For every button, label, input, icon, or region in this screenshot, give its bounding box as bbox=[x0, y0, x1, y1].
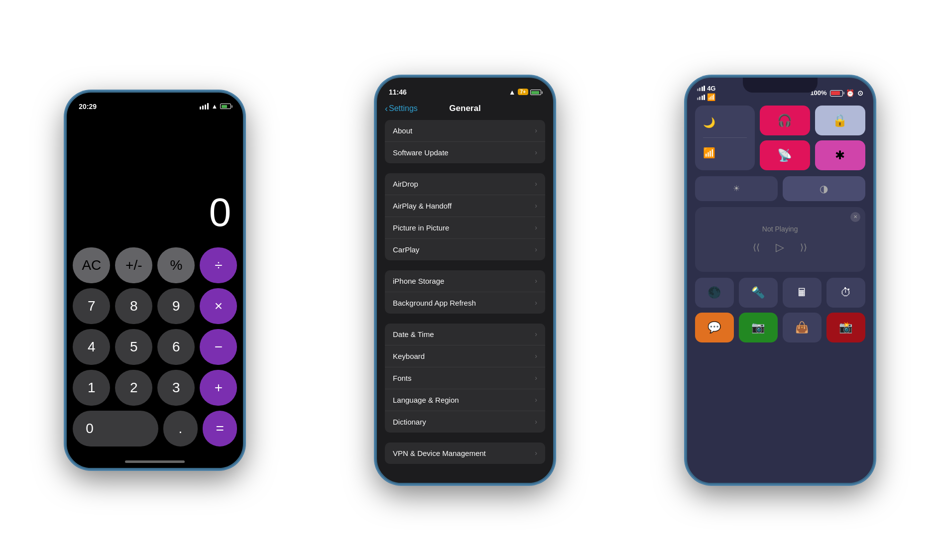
settings-row-fonts[interactable]: Fonts › bbox=[385, 367, 545, 389]
two-button[interactable]: 2 bbox=[115, 370, 152, 406]
cc-close-icon: ✕ bbox=[853, 214, 857, 220]
dictionary-label: Dictionary bbox=[393, 418, 426, 426]
ac-button[interactable]: AC bbox=[73, 247, 110, 283]
calc-row-5: 0 . = bbox=[73, 411, 237, 447]
storage-chevron-icon: › bbox=[535, 277, 537, 285]
settings-battery-icon bbox=[530, 89, 541, 96]
settings-row-dictionary[interactable]: Dictionary › bbox=[385, 411, 545, 433]
calc-row-3: 4 5 6 − bbox=[73, 329, 237, 365]
three-button[interactable]: 3 bbox=[157, 370, 195, 406]
settings-row-about[interactable]: About › bbox=[385, 120, 545, 141]
cc-bottom-grid-2: 💬 📷 👜 📸 bbox=[695, 313, 865, 342]
settings-row-bg-refresh[interactable]: Background App Refresh › bbox=[385, 292, 545, 314]
cc-camera-dark-tile[interactable]: 📷 bbox=[739, 313, 778, 342]
cc-calculator-tile[interactable]: 🖩 bbox=[783, 278, 822, 308]
plus-minus-button[interactable]: +/- bbox=[115, 247, 152, 283]
airdrop-chevron-icon: › bbox=[535, 180, 537, 188]
cc-night-shift-tile[interactable]: ◑ bbox=[783, 176, 865, 201]
storage-label: iPhone Storage bbox=[393, 277, 444, 285]
cc-messages-tile[interactable]: 💬 bbox=[695, 313, 734, 342]
cc-calculator-icon: 🖩 bbox=[797, 286, 808, 299]
cc-prev-button[interactable]: ⟨⟨ bbox=[753, 242, 760, 253]
settings-group-4: Date & Time › Keyboard › Fonts › Languag… bbox=[385, 324, 545, 433]
dot-button[interactable]: . bbox=[163, 411, 198, 447]
settings-group-3: iPhone Storage › Background App Refresh … bbox=[385, 270, 545, 314]
cc-timer-tile[interactable]: ⏱ bbox=[826, 278, 865, 308]
settings-row-vpn[interactable]: VPN & Device Management › bbox=[385, 443, 545, 464]
cc-torch-tile[interactable]: 🔦 bbox=[739, 278, 778, 308]
cc-camera-red-tile[interactable]: 📸 bbox=[826, 313, 865, 342]
cc-lock-rotation-tile[interactable]: 🔒 bbox=[815, 106, 865, 135]
zero-button[interactable]: 0 bbox=[73, 411, 158, 447]
settings-row-airplay[interactable]: AirPlay & Handoff › bbox=[385, 195, 545, 217]
cc-status-left: 4G 📶 bbox=[697, 85, 716, 101]
carplay-chevron-icon: › bbox=[535, 245, 537, 253]
settings-status-icons: ▲ 7+ bbox=[509, 88, 541, 96]
calc-buttons: AC +/- % ÷ 7 8 9 × 4 5 6 − 1 2 3 + 0 . bbox=[67, 243, 243, 460]
settings-row-date-time[interactable]: Date & Time › bbox=[385, 324, 545, 345]
pip-label: Picture in Picture bbox=[393, 224, 449, 232]
settings-row-storage[interactable]: iPhone Storage › bbox=[385, 270, 545, 292]
cc-dark-mode-tile[interactable]: 🌑 bbox=[695, 278, 734, 308]
cc-network-tile[interactable]: 🌙 📶 bbox=[695, 106, 755, 170]
cc-not-playing-label: Not Playing bbox=[703, 225, 857, 233]
divide-button[interactable]: ÷ bbox=[200, 247, 237, 283]
cc-focus-row: 🌙 bbox=[703, 116, 747, 128]
calc-display: 0 bbox=[67, 114, 243, 243]
cc-appstore-tile[interactable]: 👜 bbox=[783, 313, 822, 342]
cc-wifi-icon: 📶 bbox=[707, 93, 715, 101]
settings-row-keyboard[interactable]: Keyboard › bbox=[385, 345, 545, 367]
airplay-label: AirPlay & Handoff bbox=[393, 202, 452, 210]
cc-messages-icon: 💬 bbox=[707, 321, 721, 334]
minus-button[interactable]: − bbox=[200, 329, 237, 365]
settings-row-pip[interactable]: Picture in Picture › bbox=[385, 217, 545, 238]
cc-brightness-tile[interactable]: ☀ bbox=[695, 176, 778, 201]
settings-wifi-icon: ▲ bbox=[509, 88, 516, 96]
control-center-phone: 4G 📶 100% ⏰ ⊙ bbox=[686, 76, 875, 484]
calc-time: 20:29 bbox=[79, 103, 97, 111]
multiply-button[interactable]: × bbox=[200, 288, 237, 324]
seven-button[interactable]: 7 bbox=[73, 288, 110, 324]
settings-page-title: General bbox=[449, 104, 480, 113]
pip-chevron-icon: › bbox=[535, 224, 537, 231]
cc-notch bbox=[743, 78, 818, 93]
cc-media-close-button[interactable]: ✕ bbox=[850, 212, 860, 222]
calculator-phone: 20:29 ︎▲ 0 AC bbox=[65, 91, 244, 469]
calc-notch bbox=[125, 93, 185, 107]
eight-button[interactable]: 8 bbox=[115, 288, 152, 324]
equals-button[interactable]: = bbox=[203, 411, 237, 447]
cc-bluetooth-tile[interactable]: ✱ bbox=[815, 140, 865, 170]
plus-button[interactable]: + bbox=[200, 370, 237, 406]
settings-row-language[interactable]: Language & Region › bbox=[385, 389, 545, 411]
wifi-icon: ︎▲ bbox=[211, 103, 218, 110]
keyboard-chevron-icon: › bbox=[535, 352, 537, 360]
cc-next-button[interactable]: ⟩⟩ bbox=[800, 242, 807, 253]
language-chevron-icon: › bbox=[535, 396, 537, 404]
percent-button[interactable]: % bbox=[157, 247, 195, 283]
settings-back-button[interactable]: ‹ Settings bbox=[385, 104, 418, 114]
one-button[interactable]: 1 bbox=[73, 370, 110, 406]
cc-play-button[interactable]: ▷ bbox=[776, 241, 784, 254]
cc-headphones-tile[interactable]: 🎧 bbox=[760, 106, 810, 135]
bg-refresh-label: Background App Refresh bbox=[393, 299, 476, 307]
settings-row-airdrop[interactable]: AirDrop › bbox=[385, 173, 545, 195]
fonts-chevron-icon: › bbox=[535, 374, 537, 382]
nine-button[interactable]: 9 bbox=[157, 288, 195, 324]
vpn-chevron-icon: › bbox=[535, 449, 537, 457]
settings-content: About › Software Update › AirDrop › AirP… bbox=[377, 120, 553, 483]
six-button[interactable]: 6 bbox=[157, 329, 195, 365]
fonts-label: Fonts bbox=[393, 374, 412, 382]
cc-4g-label: 4G bbox=[707, 85, 715, 92]
bg-refresh-chevron-icon: › bbox=[535, 299, 537, 307]
software-update-chevron-icon: › bbox=[535, 148, 537, 156]
settings-row-carplay[interactable]: CarPlay › bbox=[385, 238, 545, 260]
four-button[interactable]: 4 bbox=[73, 329, 110, 365]
cc-wifi-active-tile[interactable]: 📡 bbox=[760, 140, 810, 170]
settings-row-software-update[interactable]: Software Update › bbox=[385, 141, 545, 163]
five-button[interactable]: 5 bbox=[115, 329, 152, 365]
date-time-label: Date & Time bbox=[393, 330, 434, 338]
home-indicator bbox=[125, 460, 185, 463]
settings-badge: 7+ bbox=[518, 89, 528, 95]
cc-bottom-grid-1: 🌑 🔦 🖩 ⏱ bbox=[695, 278, 865, 308]
cc-signal-row: 4G bbox=[697, 85, 716, 92]
